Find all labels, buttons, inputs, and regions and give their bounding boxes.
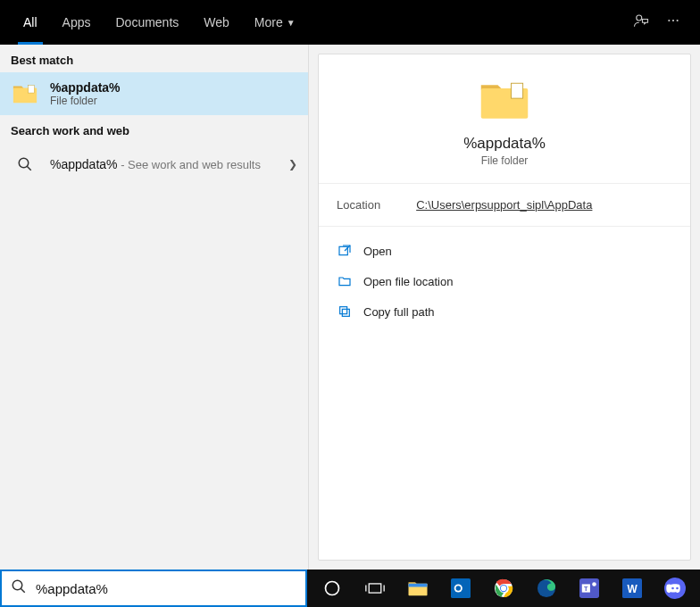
best-match-result[interactable]: %appdata% File folder [0,72,308,115]
svg-point-1 [668,20,670,21]
action-open-label: Open [363,245,392,258]
more-options-icon[interactable] [657,13,689,31]
action-open-location[interactable]: Open file location [331,266,678,296]
taskbar: T W [307,570,700,607]
svg-point-2 [672,20,674,21]
svg-line-14 [21,588,25,593]
search-web-heading: Search work and web [0,115,308,143]
svg-point-3 [677,20,679,21]
svg-point-23 [456,586,462,591]
tab-all[interactable]: All [11,0,50,45]
svg-text:W: W [627,583,638,595]
taskbar-edge-icon[interactable] [527,570,566,607]
svg-rect-10 [339,246,347,254]
folder-icon [11,79,39,108]
svg-text:T: T [584,585,588,593]
svg-rect-9 [512,83,523,98]
best-match-subtitle: File folder [50,95,121,107]
preview-subtitle: File folder [481,154,529,167]
best-match-title: %appdata% [50,80,121,95]
action-copy-path[interactable]: Copy full path [331,296,678,327]
best-match-heading: Best match [0,45,308,72]
feedback-icon[interactable] [625,12,657,32]
tab-more-label: More [254,15,283,29]
taskbar-taskview-icon[interactable] [355,570,395,607]
svg-point-26 [501,586,506,591]
taskbar-chrome-icon[interactable] [484,570,523,607]
taskbar-explorer-icon[interactable] [398,570,438,607]
folder-icon [478,78,531,122]
search-box[interactable] [0,570,307,607]
taskbar-teams-icon[interactable]: T [570,570,609,607]
svg-rect-12 [340,307,347,314]
web-result-tail: - See work and web results [118,158,261,171]
svg-point-0 [637,15,642,21]
svg-point-6 [19,158,29,168]
taskbar-cortana-icon[interactable] [312,570,352,607]
chevron-down-icon: ▼ [287,18,296,28]
svg-rect-20 [409,584,428,587]
svg-rect-5 [29,86,35,93]
action-open-location-label: Open file location [363,275,453,288]
action-open[interactable]: Open [331,236,678,266]
tab-apps[interactable]: Apps [50,0,104,45]
preview-title: %appdata% [463,135,546,153]
svg-rect-16 [369,584,381,593]
web-result-title: %appdata% [50,157,118,171]
search-icon [11,578,27,598]
tab-web[interactable]: Web [191,0,242,45]
svg-line-7 [27,166,31,170]
search-filter-tabbar: All Apps Documents Web More ▼ [0,0,700,45]
svg-point-31 [592,582,596,586]
svg-point-36 [676,587,679,590]
tab-more[interactable]: More ▼ [242,0,308,45]
location-label: Location [337,198,380,212]
chevron-right-icon: ❯ [288,158,297,170]
svg-point-15 [326,582,339,595]
svg-rect-11 [342,309,349,316]
folder-open-icon [337,273,353,289]
tab-documents[interactable]: Documents [103,0,191,45]
location-path-link[interactable]: C:\Users\erpsupport_sipl\AppData [416,198,592,212]
taskbar-discord-icon[interactable] [655,570,695,607]
taskbar-word-icon[interactable]: W [612,570,652,607]
action-copy-path-label: Copy full path [363,305,435,319]
svg-point-35 [671,587,674,590]
open-icon [337,243,353,259]
preview-pane: %appdata% File folder Location C:\Users\… [318,54,691,561]
taskbar-outlook-icon[interactable] [441,570,480,607]
search-input[interactable] [36,581,296,596]
search-icon [11,150,39,179]
results-pane: Best match %appdata% File folder Search … [0,45,309,570]
copy-icon [337,304,353,320]
web-search-result[interactable]: %appdata% - See work and web results ❯ [0,143,308,186]
svg-point-13 [12,580,22,590]
